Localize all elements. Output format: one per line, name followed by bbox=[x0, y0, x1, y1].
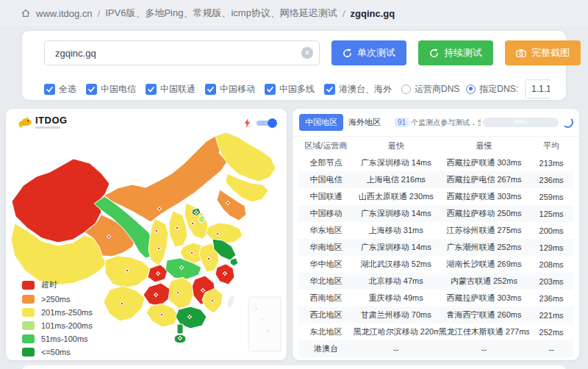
table-cell: 江苏徐州联通 275ms bbox=[439, 225, 529, 236]
breadcrumb-site[interactable]: www.itdog.cn bbox=[36, 8, 93, 19]
checkbox-item-3[interactable]: 中国移动 bbox=[205, 83, 255, 96]
table-row[interactable]: 华中地区湖北武汉移动 52ms湖南长沙联通 269ms208ms bbox=[298, 256, 573, 273]
checkbox-label: 港澳台、海外 bbox=[339, 83, 392, 96]
checkbox-checked-icon bbox=[44, 84, 55, 95]
table-row[interactable]: 全部节点广东深圳移动 14ms西藏拉萨联通 303ms213ms bbox=[298, 154, 573, 171]
province-neimenggu[interactable] bbox=[104, 136, 227, 222]
checkbox-item-2[interactable]: 中国联通 bbox=[146, 83, 196, 96]
checkbox-item-4[interactable]: 中国多线 bbox=[265, 83, 315, 96]
legend-label: >250ms bbox=[41, 295, 70, 304]
radio-custom-dns[interactable]: 指定DNS: bbox=[466, 83, 518, 96]
table-header-row: 区域/运营商最快最慢平均 bbox=[298, 137, 573, 154]
table-cell: 广东深圳移动 14ms bbox=[354, 242, 439, 253]
refresh-icon bbox=[429, 49, 439, 58]
table-row[interactable]: 东北地区黑龙江哈尔滨移动 220ms黑龙江佳木斯联通 277ms252ms bbox=[298, 323, 573, 340]
province-shanghai[interactable] bbox=[230, 258, 238, 266]
table-cell: 西藏拉萨联通 303ms bbox=[439, 293, 529, 304]
home-icon bbox=[21, 8, 31, 18]
table-row[interactable]: 中国移动广东深圳移动 14ms西藏拉萨移动 250ms125ms bbox=[298, 205, 573, 222]
table-row[interactable]: 西北地区甘肃兰州移动 70ms青海西宁联通 260ms221ms bbox=[298, 307, 573, 323]
table-cell: 西藏拉萨电信 267ms bbox=[439, 174, 529, 185]
breadcrumb-path[interactable]: IPV6版、多地Ping、常规版、icmp协议、网络延迟测试 bbox=[105, 7, 337, 20]
table-cell: 129ms bbox=[529, 243, 573, 252]
legend-item-0: 超时 bbox=[22, 279, 93, 290]
checkbox-label: 中国电信 bbox=[101, 83, 136, 96]
table-cell: 中国电信 bbox=[298, 174, 354, 185]
checkbox-label: 中国多线 bbox=[279, 83, 315, 96]
table-cell: 221ms bbox=[529, 311, 573, 320]
table-cell: 252ms bbox=[529, 328, 573, 337]
table-cell: 西北地区 bbox=[298, 309, 354, 320]
table-cell: -- bbox=[354, 345, 439, 354]
checkbox-checked-icon bbox=[86, 84, 97, 95]
single-test-button[interactable]: 单次测试 bbox=[331, 40, 406, 65]
toggle-knob bbox=[268, 118, 277, 128]
table-cell: 上海电信 216ms bbox=[354, 174, 439, 185]
table-cell: 内蒙古联通 252ms bbox=[439, 276, 529, 287]
dns-server-input[interactable] bbox=[525, 79, 550, 98]
table-cell: 中国联通 bbox=[298, 191, 354, 202]
clear-input-icon[interactable]: ✕ bbox=[301, 47, 313, 59]
table-cell: 213ms bbox=[529, 159, 573, 168]
checkbox-checked-icon bbox=[265, 84, 276, 95]
legend-item-3: 101ms-200ms bbox=[22, 321, 93, 330]
target-host-input[interactable] bbox=[44, 40, 320, 65]
latency-results-table: 区域/运营商最快最慢平均全部节点广东深圳移动 14ms西藏拉萨联通 303ms2… bbox=[298, 137, 573, 357]
table-cell: 西南地区 bbox=[298, 293, 354, 304]
checkbox-checked-icon bbox=[205, 84, 216, 95]
table-cell: 黑龙江佳木斯联通 277ms bbox=[439, 326, 529, 337]
full-screenshot-button[interactable]: 完整截图 bbox=[505, 40, 581, 65]
itdog-logo[interactable]: ITDOG bbox=[17, 115, 68, 129]
table-cell: 203ms bbox=[529, 277, 573, 286]
tab-overseas-region[interactable]: 海外地区 bbox=[343, 114, 386, 131]
table-row[interactable]: 华南地区广东深圳移动 14ms广东潮州联通 252ms129ms bbox=[298, 239, 573, 256]
table-cell: 甘肃兰州移动 70ms bbox=[354, 309, 439, 320]
table-row[interactable]: 港澳台------ bbox=[298, 340, 573, 357]
province-heilongjiang[interactable] bbox=[215, 132, 276, 182]
table-row[interactable]: 西南地区重庆移动 49ms西藏拉萨联通 303ms236ms bbox=[298, 290, 573, 307]
map-style-toggle[interactable] bbox=[255, 118, 277, 129]
checkbox-item-0[interactable]: 全选 bbox=[44, 83, 76, 96]
table-cell: 山西太原联通 230ms bbox=[354, 191, 439, 202]
checkbox-checked-icon bbox=[146, 84, 157, 95]
tab-china-region[interactable]: 中国地区 bbox=[299, 114, 343, 131]
breadcrumb-current: zgqinc.gq bbox=[351, 8, 395, 19]
full-screenshot-label: 完整截图 bbox=[531, 46, 570, 60]
province-leizhou[interactable] bbox=[177, 324, 183, 334]
column-header: 区域/运营商 bbox=[298, 140, 354, 151]
legend-item-2: 201ms-250ms bbox=[22, 308, 93, 317]
legend-swatch bbox=[22, 334, 35, 343]
table-cell: 湖北武汉移动 52ms bbox=[354, 259, 439, 270]
table-cell: 华南地区 bbox=[298, 242, 354, 253]
radio-carrier-dns[interactable]: 运营商DNS bbox=[401, 83, 459, 96]
map-card: ITDOG bbox=[6, 109, 287, 360]
table-cell: 西藏拉萨联通 303ms bbox=[439, 157, 529, 168]
logo-tagline bbox=[35, 126, 60, 129]
radio-carrier-dns-label: 运营商DNS bbox=[415, 83, 459, 96]
legend-label: 201ms-250ms bbox=[41, 308, 93, 317]
camera-icon bbox=[516, 49, 526, 57]
table-cell: 中国移动 bbox=[298, 208, 354, 219]
legend-swatch bbox=[22, 281, 35, 290]
table-row[interactable]: 华北地区北京移动 47ms内蒙古联通 252ms203ms bbox=[298, 273, 573, 290]
province-shandong[interactable] bbox=[206, 223, 243, 244]
checkbox-item-5[interactable]: 港澳台、海外 bbox=[324, 83, 392, 96]
table-row[interactable]: 中国联通山西太原联通 230ms西藏拉萨联通 303ms259ms bbox=[298, 188, 573, 205]
table-cell: 广东潮州联通 252ms bbox=[439, 242, 529, 253]
table-cell: 湖南长沙联通 269ms bbox=[439, 259, 529, 270]
progress-label: 99% bbox=[483, 118, 559, 127]
table-row[interactable]: 中国电信上海电信 216ms西藏拉萨电信 267ms236ms bbox=[298, 171, 573, 188]
continuous-test-label: 持续测试 bbox=[444, 46, 482, 60]
monitor-progress-text: 个监测点参与测试，当前进度： bbox=[411, 118, 481, 128]
table-cell: -- bbox=[439, 345, 529, 354]
table-cell: 西藏拉萨联通 303ms bbox=[439, 191, 529, 202]
continuous-test-button[interactable]: 持续测试 bbox=[418, 40, 493, 65]
column-header: 最快 bbox=[354, 140, 439, 151]
checkbox-item-1[interactable]: 中国电信 bbox=[86, 83, 136, 96]
legend-swatch bbox=[22, 295, 35, 304]
legend-item-4: 51ms-100ms bbox=[22, 334, 93, 343]
province-taiwan[interactable] bbox=[225, 294, 236, 309]
radio-icon bbox=[466, 85, 476, 94]
map-legend: 超时>250ms201ms-250ms101ms-200ms51ms-100ms… bbox=[22, 279, 93, 360]
table-row[interactable]: 华东地区上海移动 31ms江苏徐州联通 275ms200ms bbox=[298, 222, 573, 239]
